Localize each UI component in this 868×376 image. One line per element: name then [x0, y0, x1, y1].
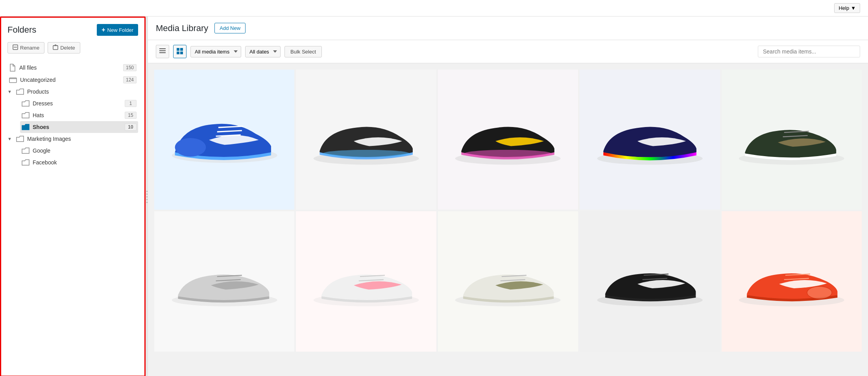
marketing-label: Marketing Images	[27, 136, 137, 142]
folder-icon-hats	[22, 112, 30, 119]
toolbar: All media items All dates Bulk Select	[148, 40, 868, 63]
chevron-down-icon-marketing: ▼	[7, 136, 13, 141]
delete-label: Delete	[60, 45, 75, 51]
uncategorized-label: Uncategorized	[20, 77, 120, 83]
svg-point-19	[323, 149, 410, 157]
media-item[interactable]	[296, 211, 436, 351]
all-files-count: 150	[123, 64, 137, 71]
svg-rect-7	[159, 50, 166, 51]
delete-button[interactable]: Delete	[48, 42, 80, 53]
svg-point-39	[807, 286, 832, 299]
divider-dot	[146, 199, 148, 200]
svg-rect-6	[159, 48, 166, 49]
bulk-select-button[interactable]: Bulk Select	[284, 46, 322, 57]
marketing-sub-list: Google Facebook	[7, 145, 138, 168]
svg-rect-12	[180, 52, 183, 54]
divider-dot	[146, 194, 148, 195]
products-label: Products	[27, 88, 137, 95]
all-files-label: All files	[19, 65, 120, 71]
divider-dot	[146, 191, 148, 192]
folder-icon-products	[16, 88, 24, 95]
content-area: Media Library Add New	[148, 17, 868, 376]
dates-filter-select[interactable]: All dates	[245, 46, 281, 57]
media-item[interactable]	[154, 70, 294, 210]
folder-icon-shoes	[22, 123, 30, 131]
media-item[interactable]	[154, 211, 294, 351]
folder-icon-dresses	[22, 100, 30, 107]
file-icon	[9, 64, 16, 72]
media-item[interactable]	[438, 70, 578, 210]
products-sub-list: Dresses 1 Hats 15	[7, 98, 138, 133]
grid-view-button[interactable]	[173, 45, 187, 58]
facebook-label: Facebook	[33, 159, 137, 166]
folder-item-products[interactable]: ▼ Products	[7, 86, 138, 133]
sidebar-header: Folders + New Folder	[7, 24, 138, 36]
folder-item-facebook[interactable]: Facebook	[20, 157, 138, 168]
svg-point-14	[175, 138, 206, 156]
svg-rect-9	[177, 48, 179, 51]
folder-item-shoes[interactable]: Shoes 10	[20, 121, 138, 133]
list-view-icon	[159, 48, 166, 55]
content-header: Media Library Add New	[148, 17, 868, 40]
media-item[interactable]	[722, 70, 862, 210]
help-label: Help	[838, 5, 849, 11]
folder-icon-facebook	[22, 159, 30, 166]
folder-icon-uncategorized	[9, 76, 17, 83]
rename-icon	[13, 44, 18, 51]
folder-item-all-files[interactable]: All files 150	[7, 61, 138, 74]
folder-item-hats[interactable]: Hats 15	[20, 109, 138, 121]
svg-rect-10	[180, 48, 183, 51]
grid-view-icon	[177, 48, 183, 55]
sidebar-title: Folders	[7, 25, 36, 35]
svg-rect-11	[177, 52, 179, 54]
media-library-title: Media Library	[156, 23, 208, 33]
main-layout: Folders + New Folder Rename	[0, 17, 868, 376]
search-input[interactable]	[758, 46, 860, 57]
chevron-down-icon: ▼	[7, 89, 13, 94]
media-item[interactable]	[722, 211, 862, 351]
uncategorized-count: 124	[123, 76, 137, 83]
media-filter-select[interactable]: All media items	[190, 46, 241, 57]
media-grid	[148, 63, 868, 358]
svg-rect-2	[53, 46, 58, 50]
hats-label: Hats	[33, 112, 122, 118]
divider-dot	[146, 196, 148, 197]
shoes-label: Shoes	[33, 124, 122, 130]
new-folder-button[interactable]: + New Folder	[97, 24, 138, 36]
folder-item-dresses[interactable]: Dresses 1	[20, 98, 138, 109]
google-label: Google	[33, 147, 137, 154]
hats-count: 15	[125, 112, 137, 119]
divider-dot	[146, 202, 148, 203]
folder-item-marketing[interactable]: ▼ Marketing Images	[7, 133, 138, 168]
media-item[interactable]	[580, 211, 720, 351]
rename-button[interactable]: Rename	[7, 42, 44, 53]
rename-label: Rename	[20, 45, 39, 51]
shoes-count: 10	[125, 123, 137, 131]
media-item[interactable]	[438, 211, 578, 351]
folder-item-uncategorized[interactable]: Uncategorized 124	[7, 74, 138, 86]
media-item[interactable]	[296, 70, 436, 210]
new-folder-label: New Folder	[107, 27, 133, 33]
chevron-down-icon: ▼	[851, 5, 856, 11]
list-view-button[interactable]	[156, 45, 169, 58]
dresses-count: 1	[125, 100, 137, 107]
folder-item-google[interactable]: Google	[20, 145, 138, 157]
svg-point-21	[465, 149, 552, 157]
sidebar: Folders + New Folder Rename	[0, 17, 146, 376]
folder-list: All files 150 Uncategorized 124 ▼	[7, 61, 138, 168]
add-new-button[interactable]: Add New	[214, 23, 246, 33]
media-item[interactable]	[580, 70, 720, 210]
folder-icon-google	[22, 147, 30, 154]
dresses-label: Dresses	[33, 100, 122, 107]
action-buttons: Rename Delete	[7, 42, 138, 53]
folder-icon-marketing	[16, 135, 24, 142]
trash-icon	[53, 44, 58, 51]
svg-rect-8	[159, 52, 166, 53]
help-button[interactable]: Help ▼	[834, 3, 860, 13]
plus-icon: +	[102, 26, 105, 33]
top-bar: Help ▼	[0, 0, 868, 17]
